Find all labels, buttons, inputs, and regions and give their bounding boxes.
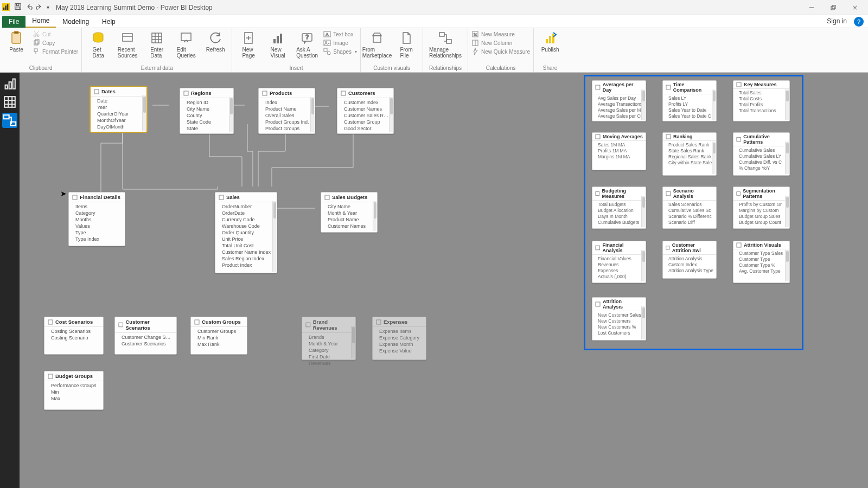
sign-in-link[interactable]: Sign in — [822, 15, 852, 28]
field-row[interactable]: Product Name — [328, 217, 374, 222]
field-row[interactable]: Scenario Diff — [668, 220, 713, 225]
tab-file[interactable]: File — [2, 16, 25, 28]
field-row[interactable]: Days In Month — [598, 214, 643, 219]
get-data-button[interactable]: Get Data — [85, 30, 111, 59]
field-row[interactable]: Total Sales — [739, 90, 787, 95]
recent-sources-button[interactable]: Recent Sources — [114, 30, 141, 59]
field-row[interactable]: Avg Sales per Day — [598, 95, 643, 101]
scrollbar[interactable] — [229, 97, 233, 132]
publish-button[interactable]: Publish — [537, 30, 563, 53]
scrollbar[interactable] — [310, 97, 314, 132]
field-row[interactable]: Category — [75, 210, 122, 216]
format-painter-button[interactable]: Format Painter — [33, 48, 78, 55]
field-row[interactable]: Date — [97, 98, 143, 104]
field-row[interactable]: Regional Sales Rank — [668, 154, 713, 159]
field-row[interactable]: Year — [97, 105, 143, 110]
field-row[interactable]: Avg. Customer Type — [739, 268, 787, 274]
tab-modeling[interactable]: Modeling — [56, 16, 95, 28]
field-row[interactable]: Customer Type — [739, 256, 787, 262]
field-row[interactable]: Sales Scenarios — [668, 202, 713, 207]
field-row[interactable]: Sales LY — [668, 95, 713, 101]
edit-queries-button[interactable]: Edit Queries — [173, 30, 199, 59]
table-sales[interactable]: Sales OrderNumberOrderDateCurrency CodeW… — [215, 192, 277, 273]
field-row[interactable]: Warehouse Code — [222, 223, 273, 229]
field-row[interactable]: Costing Scenario — [51, 335, 100, 341]
field-row[interactable]: Profits 1M MA — [598, 148, 643, 153]
field-row[interactable]: % Change YoY — [739, 165, 787, 171]
field-row[interactable]: OrderDate — [222, 210, 273, 216]
field-row[interactable]: Total Profits — [739, 102, 787, 107]
mcard-attrition-visuals[interactable]: Attrition Visuals Customer Type SalesCus… — [733, 241, 790, 283]
field-row[interactable]: Order Quantity — [222, 230, 273, 235]
table-dates[interactable]: Dates DateYearQuarterOfYearMonthOfYearDa… — [90, 86, 147, 132]
field-row[interactable]: Actuals (,000) — [598, 274, 643, 279]
table-budget-groups[interactable]: Budget Groups Performance GroupsMinMax — [44, 371, 104, 410]
field-row[interactable]: Custom Index — [668, 262, 713, 267]
mcard-ranking[interactable]: Ranking Product Sales RankState Sales Ra… — [662, 132, 717, 176]
from-file-button[interactable]: From File — [393, 30, 419, 59]
field-row[interactable]: Sales Year to Date — [668, 107, 713, 113]
field-row[interactable]: County — [187, 113, 230, 118]
field-row[interactable]: MonthOfYear — [97, 118, 143, 123]
redo-icon[interactable] — [36, 3, 43, 12]
field-row[interactable]: State Code — [187, 119, 230, 125]
field-row[interactable]: Cumulative Diff. vs C — [739, 159, 787, 165]
scrollbar[interactable] — [785, 142, 789, 174]
field-row[interactable]: Values — [75, 223, 122, 229]
field-row[interactable]: Customer Groups — [197, 329, 244, 334]
scrollbar[interactable] — [373, 201, 376, 231]
scrollbar[interactable] — [142, 95, 146, 131]
field-row[interactable]: Expense Category — [379, 335, 423, 341]
field-row[interactable]: Customer Type Sales — [739, 251, 787, 256]
new-visual-button[interactable]: New Visual — [265, 30, 291, 59]
field-row[interactable]: Month & Year — [309, 341, 352, 346]
field-row[interactable]: Type Index — [75, 236, 122, 242]
mcard-cumulative-patterns[interactable]: Cumulative Patterns Cumulative SalesCumu… — [733, 132, 790, 176]
scrollbar[interactable] — [712, 89, 716, 120]
mcard-moving-averages[interactable]: Moving Averages Sales 1M MAProfits 1M MA… — [592, 132, 646, 170]
field-row[interactable]: Min Rank — [197, 335, 244, 341]
window-close[interactable] — [844, 0, 866, 15]
field-row[interactable]: Region ID — [187, 100, 230, 105]
field-row[interactable]: Margins by Custom — [739, 208, 787, 213]
window-minimize[interactable] — [801, 0, 822, 15]
mcard-customer-attrition[interactable]: Customer Attrition Swi Attrition Analysi… — [662, 241, 717, 279]
scrollbar[interactable] — [641, 306, 645, 339]
field-row[interactable]: Months — [75, 217, 122, 222]
field-row[interactable]: Customer Names — [328, 223, 374, 229]
field-row[interactable]: Attrition Analysis — [668, 256, 713, 261]
field-row[interactable]: Profits by Custom Gr — [739, 202, 787, 207]
field-row[interactable]: Index — [265, 100, 311, 105]
rail-report-view[interactable] — [2, 76, 17, 91]
table-customers[interactable]: Customers Customer IndexCustomer NamesCu… — [337, 88, 394, 134]
field-row[interactable]: Customer Group — [344, 119, 390, 125]
text-box-button[interactable]: AText box — [323, 30, 357, 38]
rail-model-view[interactable] — [2, 113, 17, 128]
field-row[interactable]: Margins 1M MA — [598, 154, 643, 159]
field-row[interactable]: Budget Allocation — [598, 208, 643, 213]
field-row[interactable]: Revenues — [309, 361, 352, 366]
scrollbar[interactable] — [785, 89, 789, 120]
field-row[interactable]: Max — [51, 396, 100, 401]
rail-data-view[interactable] — [2, 94, 17, 110]
new-column-button[interactable]: New Column — [471, 39, 530, 47]
refresh-button[interactable]: Refresh — [202, 30, 228, 53]
table-custom-groups[interactable]: Custom Groups Customer GroupsMin RankMax… — [190, 317, 247, 355]
field-row[interactable]: Average Sales per Cu — [598, 113, 643, 119]
from-marketplace-button[interactable]: From Marketplace — [364, 30, 390, 59]
save-icon[interactable] — [14, 3, 22, 12]
field-row[interactable]: Customer Index — [344, 100, 390, 105]
table-regions[interactable]: Regions Region IDCity NameCountyState Co… — [180, 88, 234, 134]
field-row[interactable]: Attrition Analysis Type — [668, 268, 713, 273]
field-row[interactable]: DayOfMonth — [97, 124, 143, 130]
field-row[interactable]: State — [187, 126, 230, 131]
field-row[interactable]: Performance Groups — [51, 383, 100, 388]
field-row[interactable]: Total Unit Cost — [222, 243, 273, 248]
field-row[interactable]: Customer Type % — [739, 262, 787, 268]
field-row[interactable]: Month & Year — [328, 210, 374, 216]
field-row[interactable]: Expense Items — [379, 329, 423, 334]
undo-icon[interactable] — [25, 3, 33, 12]
field-row[interactable]: QuarterOfYear — [97, 111, 143, 117]
enter-data-button[interactable]: Enter Data — [144, 30, 170, 59]
table-cost-scenarios[interactable]: Cost Scenarios Costing ScenariosCosting … — [44, 317, 104, 355]
